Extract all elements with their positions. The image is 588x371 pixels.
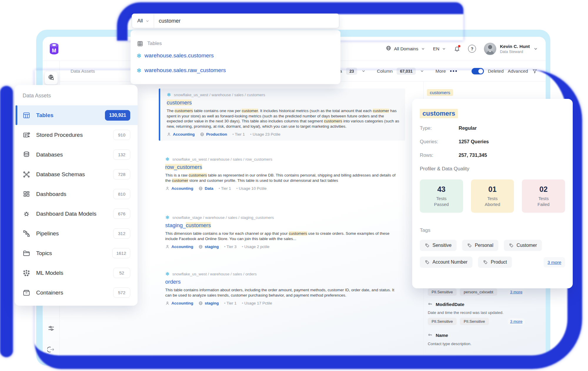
owner-link[interactable]: Accounting [165,186,193,191]
user-role: Data Steward [500,49,530,54]
tag-chip[interactable]: Product [478,257,512,268]
owner-link[interactable]: Accounting [167,132,195,137]
result-title-link[interactable]: orders [165,279,181,285]
search-suggestion-item[interactable]: ❄ warehouse.sales.raw_customers [131,63,340,78]
environment-link[interactable]: Production [200,132,227,137]
user-name: Kevin C. Hunt [500,44,530,49]
domains-label: All Domains [394,46,418,51]
result-description: This is a raw customers table as represe… [165,173,399,183]
key-icon [428,332,432,338]
result-description: This dimension table contains a row for … [165,231,399,241]
help-button[interactable]: ? [468,45,476,53]
asset-info-rows: Type: Regular Queries: 1257 Queries Rows… [420,125,565,158]
sidebar-item-containers[interactable]: Containers 572 [15,283,138,302]
owner-link[interactable]: Accounting [165,244,193,249]
notifications-button[interactable] [454,46,460,52]
owner-link[interactable]: Accounting [165,301,193,305]
pii-chip[interactable]: PII.Sensitive [460,318,489,325]
chevron-down-icon[interactable] [361,69,366,73]
ellipsis-icon[interactable] [450,70,457,72]
globe-search-icon [48,74,55,82]
brand-logo[interactable]: M [47,42,61,56]
environment-link[interactable]: staging [198,244,219,249]
tag-chip[interactable]: Personal [462,240,498,251]
sidebar-item-dashboards[interactable]: Dashboards 810 [15,184,138,204]
environment-link[interactable]: Data [198,186,213,191]
sidebar-item-pipelines[interactable]: Pipelines 312 [15,224,138,243]
globe-icon [386,45,391,52]
schema-count-badge: 23 [346,68,357,75]
sidebar-item-dashboard-data-models[interactable]: Dashboard Data Models 676 [15,204,138,224]
column-name: ModifiedDate [436,302,464,307]
funnel-icon[interactable] [532,69,537,74]
search-suggestion-item[interactable]: ❄ warehouse.sales.customers [131,48,340,63]
scribble-border-left [0,86,13,357]
user-menu[interactable]: Kevin C. Hunt Data Steward [484,43,538,55]
pii-chip[interactable]: persons_cxlxsebt [460,288,497,296]
column-filter-label[interactable]: Column [377,69,392,74]
breadcrumb: ❄ snowflake_us_west / warehouse / sales … [167,92,399,97]
info-row-rows: Rows: 257, 731,345 [420,152,565,158]
result-description: The customers table contains one row per… [167,108,399,129]
search-result-card[interactable]: ❄ snowflake_us_west / warehouse / sales … [159,268,405,305]
context-chip[interactable]: customers [427,89,453,96]
snowflake-icon: ❄ [165,215,169,220]
tag-chip[interactable]: Customer [504,240,542,251]
suggestion-label: warehouse.sales.raw_customers [145,67,226,74]
pii-chip[interactable]: PII.Sensitive [428,288,457,296]
sidebar-item-ml-models[interactable]: ML Models 52 [15,263,138,283]
count-badge: 676 [113,209,130,219]
domains-selector[interactable]: All Domains [386,45,425,52]
environment-link[interactable]: staging [198,301,219,305]
deleted-toggle[interactable] [472,68,484,74]
advanced-label[interactable]: Advanced [508,69,528,74]
chevron-down-icon[interactable] [420,69,424,73]
column-count-badge: 67,031 [397,68,416,75]
discovery-search-nav[interactable] [45,71,58,84]
sidebar-item-tables[interactable]: Tables 130,921 [15,105,138,125]
result-title-link[interactable]: staging_customers [165,222,211,229]
stored-procedure-icon [23,131,30,139]
search-result-card[interactable]: ❄ snowflake_stage / warehouse / sales / … [159,211,405,249]
sidebar-item-databases[interactable]: Databases 132 [15,145,138,164]
tag-label: Sensitive [432,243,452,248]
language-selector[interactable]: EN [433,46,446,51]
owner-label: Accounting [171,244,193,249]
column-field[interactable]: ModifiedDate [428,302,525,307]
count-badge: 1612 [112,248,130,258]
pii-chip[interactable]: PII.Sensitive [428,318,457,325]
search-scope-selector[interactable]: All [132,14,154,28]
tier-label: Tier 3 [224,244,236,249]
table-icon [23,112,30,119]
chevron-down-icon [533,46,538,51]
folder-icon [23,249,30,257]
tag-chip[interactable]: Account Number [420,257,472,268]
key-icon [428,302,432,307]
section-header-label: Tables [147,41,162,46]
result-title-link[interactable]: customers [167,99,192,106]
tier-label: Tier 1 [219,186,231,191]
sidebar-item-stored-procedures[interactable]: Stored Procedures 910 [15,125,138,145]
more-tags-link[interactable]: 3 more [544,257,565,267]
result-description: This table contains information about or… [165,287,399,298]
more-chips-link[interactable]: 3 more [508,289,525,295]
search-result-card[interactable]: ❄ snowflake_us_west / warehouse / sales … [159,89,405,141]
chevron-down-icon [421,47,425,51]
sidebar-item-topics[interactable]: Topics 1612 [15,243,138,263]
search-input[interactable] [154,18,339,24]
tags-row: Sensitive Personal Customer [420,240,565,251]
dashboard-icon [23,190,30,198]
asset-title[interactable]: customers [420,109,458,118]
quality-stats: 43 Tests Passed 01 Tests Aborted 02 Test… [420,179,565,213]
more-chips-link[interactable]: 3 more [508,318,525,325]
suggestions-section-header: Tables [131,39,340,48]
result-title-link[interactable]: row_customers [165,164,202,170]
search-result-card[interactable]: ❄ snowflake_us_west / warehouse / sales … [159,153,405,191]
logout-icon [47,346,55,355]
tag-chip[interactable]: Sensitive [420,240,457,251]
sidebar-item-database-schemas[interactable]: Database Schemas 728 [15,164,138,184]
settings-sliders-button[interactable] [47,325,55,333]
more-filters-label[interactable]: More [435,69,446,74]
logout-button[interactable] [47,346,55,355]
column-field[interactable]: Name [428,332,525,338]
